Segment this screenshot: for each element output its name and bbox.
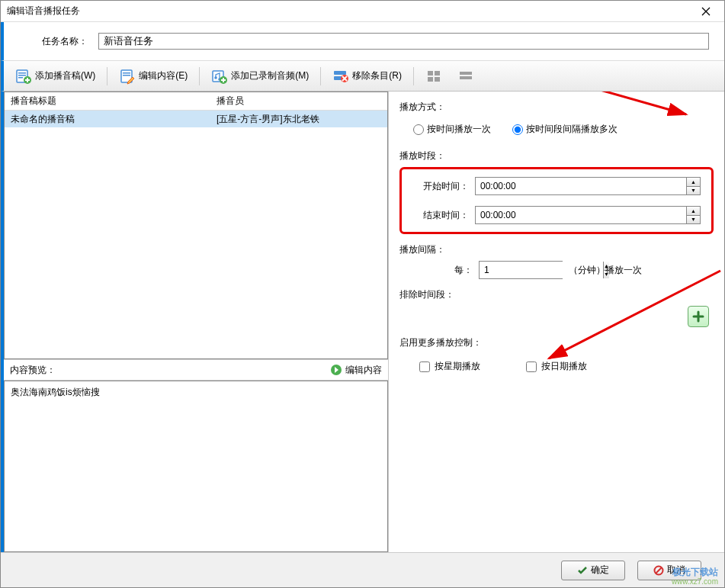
end-time-label: 结束时间： — [412, 209, 469, 222]
toolbar-label: 移除条目(R) — [352, 69, 402, 82]
remove-item-button[interactable]: 移除条目(R) — [327, 65, 407, 88]
preview-body: 奥法海南鸡饭is烦恼搜 — [4, 381, 388, 552]
task-name-row: 任务名称： — [1, 22, 724, 61]
cancel-button[interactable]: 取消 — [637, 561, 701, 580]
list-icon — [457, 68, 474, 85]
check-label: 按星期播放 — [435, 360, 480, 373]
svg-rect-7 — [123, 75, 130, 76]
check-icon — [577, 565, 588, 576]
svg-rect-1 — [18, 72, 26, 74]
add-audio-icon — [211, 68, 228, 85]
svg-rect-16 — [435, 71, 440, 76]
arrow-right-icon — [330, 364, 342, 376]
button-label: 确定 — [591, 564, 609, 577]
interval-suffix: （分钟）播放一次 — [569, 264, 642, 277]
extra-button-2[interactable] — [452, 65, 480, 88]
radio-play-once[interactable]: 按时间播放一次 — [413, 123, 491, 136]
ok-button[interactable]: 确定 — [561, 561, 625, 580]
preview-header: 内容预览： 编辑内容 — [4, 359, 388, 381]
task-name-input[interactable] — [98, 33, 709, 50]
time-period-box: 开始时间： ▲▼ 结束时间： ▲▼ — [399, 167, 714, 234]
svg-rect-20 — [460, 76, 472, 79]
start-time-input[interactable]: ▲▼ — [475, 177, 701, 195]
svg-rect-17 — [428, 77, 433, 82]
start-time-spinner[interactable]: ▲▼ — [686, 178, 700, 194]
cell-title: 未命名的播音稿 — [5, 113, 210, 126]
svg-rect-3 — [18, 77, 23, 79]
toolbar-label: 编辑内容(E) — [139, 69, 188, 82]
start-time-row: 开始时间： ▲▼ — [412, 177, 701, 195]
content-area: 播音稿标题 播音员 未命名的播音稿 [五星-方言-男声]东北老铁 内容预览： 编… — [1, 92, 724, 552]
end-time-spinner[interactable]: ▲▼ — [686, 207, 700, 223]
toolbar-label: 添加播音稿(W) — [35, 69, 95, 82]
toolbar: 添加播音稿(W) 编辑内容(E) 添加已录制音频(M) 移除条目(R) — [1, 61, 724, 92]
radio-play-multi-input[interactable] — [512, 124, 523, 135]
interval-row: 每： ▲▼ （分钟）播放一次 — [399, 261, 714, 279]
more-control-checks: 按星期播放 按日期播放 — [399, 354, 714, 379]
add-exclude-button[interactable] — [688, 306, 709, 327]
playback-period-label: 播放时段： — [399, 149, 714, 162]
toolbar-separator — [413, 67, 414, 85]
toolbar-separator — [107, 67, 107, 85]
edit-content-link[interactable]: 编辑内容 — [330, 364, 382, 377]
left-column: 播音稿标题 播音员 未命名的播音稿 [五星-方言-男声]东北老铁 内容预览： 编… — [4, 92, 389, 552]
interval-label: 播放间隔： — [399, 243, 714, 256]
right-column: 播放方式： 按时间播放一次 按时间段间隔播放多次 播放时段： 开始时间： ▲▼ — [389, 92, 724, 552]
remove-icon — [332, 68, 349, 85]
edit-icon — [119, 68, 136, 85]
every-label: 每： — [442, 264, 473, 277]
radio-play-once-input[interactable] — [413, 124, 424, 135]
dialog-window: 编辑语音播报任务 任务名称： 添加播音稿(W) 编辑内容(E) 添加已录制音 — [0, 0, 725, 588]
check-by-date[interactable]: 按日期播放 — [526, 360, 587, 373]
preview-text: 奥法海南鸡饭is烦恼搜 — [11, 387, 100, 397]
end-time-input[interactable]: ▲▼ — [475, 206, 701, 224]
playback-mode-radios: 按时间播放一次 按时间段间隔播放多次 — [399, 118, 714, 140]
spinner-down-icon[interactable]: ▼ — [687, 216, 700, 224]
toolbar-separator — [199, 67, 200, 85]
add-recorded-button[interactable]: 添加已录制音频(M) — [206, 65, 314, 88]
radio-label: 按时间播放一次 — [427, 123, 491, 136]
check-by-date-input[interactable] — [526, 361, 537, 372]
radio-play-multi[interactable]: 按时间段间隔播放多次 — [512, 123, 618, 136]
titlebar: 编辑语音播报任务 — [1, 1, 724, 22]
cell-voicer: [五星-方言-男声]东北老铁 — [210, 113, 387, 126]
window-title: 编辑语音播报任务 — [7, 5, 694, 18]
check-label: 按日期播放 — [541, 360, 587, 373]
end-time-field[interactable] — [476, 207, 686, 223]
toolbar-label: 添加已录制音频(M) — [231, 69, 309, 82]
add-script-button[interactable]: 添加播音稿(W) — [10, 65, 101, 88]
svg-point-9 — [215, 76, 218, 79]
spinner-down-icon[interactable]: ▼ — [687, 187, 700, 195]
playback-mode-label: 播放方式： — [399, 101, 714, 114]
cancel-icon — [653, 565, 664, 576]
svg-rect-12 — [334, 71, 346, 75]
list-header: 播音稿标题 播音员 — [5, 92, 387, 111]
close-icon — [701, 7, 711, 16]
more-control-label: 启用更多播放控制： — [399, 336, 714, 349]
start-time-label: 开始时间： — [412, 180, 469, 193]
start-time-field[interactable] — [476, 178, 686, 194]
extra-button-1[interactable] — [420, 65, 448, 88]
svg-rect-2 — [18, 75, 26, 76]
script-list: 播音稿标题 播音员 未命名的播音稿 [五星-方言-男声]东北老铁 — [4, 92, 388, 359]
dialog-footer: 确定 取消 极光下载站 www.xz7.com — [1, 552, 724, 587]
spinner-up-icon[interactable]: ▲ — [687, 178, 700, 187]
col-header-voicer[interactable]: 播音员 — [210, 95, 387, 108]
close-button[interactable] — [694, 4, 718, 19]
list-row[interactable]: 未命名的播音稿 [五星-方言-男声]东北老铁 — [5, 111, 387, 127]
end-time-row: 结束时间： ▲▼ — [412, 206, 701, 224]
col-header-title[interactable]: 播音稿标题 — [5, 95, 210, 108]
add-script-icon — [15, 68, 32, 85]
interval-input[interactable]: ▲▼ — [479, 261, 563, 279]
plus-icon — [692, 310, 704, 323]
list-body[interactable]: 未命名的播音稿 [五星-方言-男声]东北老铁 — [5, 111, 387, 358]
exclude-label: 排除时间段： — [399, 288, 714, 301]
edit-content-button[interactable]: 编辑内容(E) — [114, 65, 193, 88]
check-by-week[interactable]: 按星期播放 — [419, 360, 480, 373]
check-by-week-input[interactable] — [419, 361, 430, 372]
button-label: 取消 — [667, 564, 685, 577]
svg-rect-18 — [435, 77, 440, 82]
svg-line-25 — [656, 567, 662, 574]
svg-rect-6 — [123, 72, 130, 74]
spinner-up-icon[interactable]: ▲ — [687, 207, 700, 216]
